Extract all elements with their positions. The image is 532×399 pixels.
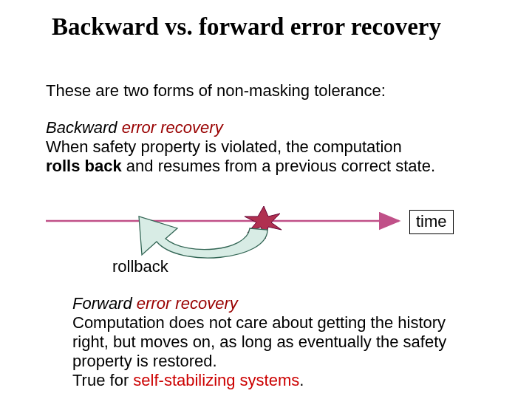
forward-block: Forward error recovery Computation does … xyxy=(72,294,486,390)
backward-line2b: and resumes from a previous correct stat… xyxy=(122,157,435,175)
forward-heading: Forward error recovery xyxy=(72,294,486,313)
backward-heading: Backward error recovery xyxy=(46,118,478,137)
forward-line4a: True for xyxy=(72,371,133,389)
forward-line4: True for self-stabilizing systems. xyxy=(72,371,486,390)
rolls-back-text: rolls back xyxy=(46,157,122,175)
rollback-label: rollback xyxy=(112,257,168,276)
self-stabilizing-text: self-stabilizing systems xyxy=(133,371,299,389)
forward-line2: right, but moves on, as long as eventual… xyxy=(72,332,486,352)
slide: Backward vs. forward error recovery Thes… xyxy=(0,0,532,399)
forward-heading-plain: Forward xyxy=(72,294,137,313)
backward-block: Backward error recovery When safety prop… xyxy=(46,118,478,176)
forward-line1: Computation does not care about getting … xyxy=(72,313,486,332)
backward-line2: rolls back and resumes from a previous c… xyxy=(46,157,478,176)
intro-text: These are two forms of non-masking toler… xyxy=(46,81,386,100)
forward-line4b: . xyxy=(299,371,304,389)
backward-heading-plain: Backward xyxy=(46,118,122,137)
rollback-arrow-icon xyxy=(139,216,267,258)
backward-heading-colored: error recovery xyxy=(122,118,223,137)
forward-line3: property is restored. xyxy=(72,352,486,371)
forward-heading-colored: error recovery xyxy=(137,294,238,313)
page-title: Backward vs. forward error recovery xyxy=(52,13,441,41)
time-label: time xyxy=(409,210,454,234)
backward-line1: When safety property is violated, the co… xyxy=(46,137,478,157)
